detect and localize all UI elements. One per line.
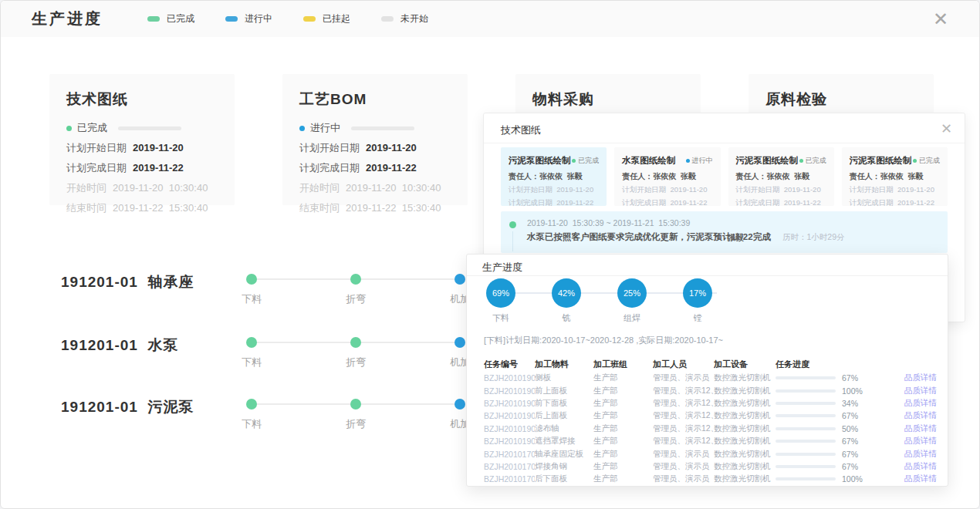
quality-detail-link[interactable]: 品质详情 (904, 461, 937, 472)
task-progress-track (776, 440, 836, 443)
task-progress-percent: 100% (842, 474, 867, 484)
log-owner: 张毅 (727, 232, 744, 244)
legend-item-inprogress: 进行中 (225, 12, 272, 25)
table-row: BZJH201017002 焊接角钢 生产部 管理员、演示员 数控激光切割机 6… (484, 460, 937, 473)
task-plan-start: 计划开始日期 2019-11-20 (736, 185, 826, 195)
page-title: 生产进度 (32, 8, 103, 29)
stage-status-text: 已完成 (77, 121, 107, 135)
quality-detail-link[interactable]: 品质详情 (904, 398, 937, 409)
task-plan-start: 计划开始日期 2019-11-20 (509, 185, 599, 195)
step-cutting: 下料 (246, 399, 257, 410)
window-header: 生产进度 已完成 进行中 已挂起 未开始 ✕ (1, 1, 979, 37)
task-status: 已完成 (913, 156, 940, 166)
step-dot-icon (455, 274, 465, 285)
step-dot-icon (350, 337, 361, 348)
status-dot-icon (66, 126, 72, 131)
task-progress-track (776, 402, 836, 405)
quality-detail-link[interactable]: 品质详情 (904, 474, 937, 484)
stage-circle-cutting: 69% 下料 (486, 278, 515, 308)
task-progress-percent: 34% (842, 399, 867, 408)
product-name: 191201-01 轴承座 (61, 272, 194, 292)
task-progress-percent: 67% (842, 462, 867, 471)
progress-circle: 25% (617, 278, 647, 308)
table-row: BZJH201019007 前上面板 生产部 管理员、演示12、演示11 数控激… (484, 384, 937, 396)
actual-start-line: 开始时间2019-11-20 10:30:40 (66, 181, 218, 195)
stage-circle-welding: 25% 组焊 (617, 278, 647, 308)
stage-progress-track (118, 126, 181, 130)
actual-end-line: 结束时间2019-11-22 15:30:40 (299, 201, 451, 215)
table-row: BZJH201019005 后上面板 生产部 管理员、演示12、演示11 数控激… (484, 410, 937, 422)
close-icon[interactable]: ✕ (933, 10, 948, 29)
actual-end-line: 结束时间2019-11-22 15:30:40 (66, 201, 218, 215)
legend-item-suspended: 已挂起 (303, 12, 350, 25)
activity-log-entry: 2019-11-20 15:30:39 ~ 2019-11-21 15:30:3… (501, 211, 948, 253)
modal-close-icon[interactable]: ✕ (941, 120, 952, 137)
stage-card-title: 技术图纸 (66, 89, 218, 110)
product-steps: 下料 折弯 机加 (246, 337, 478, 376)
task-progress-track (776, 376, 836, 379)
product-row-water-pump: 191201-01 水泵 下料 折弯 机加 (61, 334, 478, 379)
task-progress-percent: 67% (842, 437, 867, 446)
stage-progress-circles: 69% 下料 42% 铣 25% 组焊 17% 镗 (485, 278, 740, 340)
log-time-range: 2019-11-20 15:30:39 ~ 2019-11-21 15:30:3… (527, 218, 690, 228)
task-owner: 责任人：张依依 张毅 (850, 171, 940, 182)
progress-circle: 42% (552, 278, 581, 308)
step-dot-icon (350, 274, 361, 285)
drawing-task-card-4[interactable]: 污泥泵图纸绘制 已完成 责任人：张依依 张毅 计划开始日期 2019-11-20… (842, 147, 948, 206)
task-progress-track (776, 427, 836, 430)
legend-suspended-swatch (303, 16, 316, 22)
product-steps: 下料 折弯 机加 (246, 399, 478, 437)
legend-inprogress-swatch (225, 16, 238, 22)
task-plan-end: 计划完成日期 2019-11-22 (736, 198, 826, 208)
drawing-task-cards: 污泥泵图纸绘制 已完成 责任人：张依依 张毅 计划开始日期 2019-11-20… (501, 147, 948, 206)
table-row: BZJH201019004 滤布轴 生产部 管理员、演示12、演示11 数控激光… (484, 423, 937, 435)
status-legend: 已完成 进行中 已挂起 未开始 (147, 12, 428, 25)
divider (467, 275, 948, 276)
legend-inprogress-label: 进行中 (245, 12, 272, 25)
table-row: BZJH201019014 侧板 生产部 管理员、演示员 数控激光切割机 67%… (484, 372, 937, 384)
stage-card-process-bom[interactable]: 工艺BOM 进行中 计划开始日期2019-11-20 计划完成日期2019-11… (282, 74, 468, 205)
task-plan-end: 计划完成日期 2019-11-22 (622, 198, 712, 208)
task-plan-start: 计划开始日期 2019-11-20 (850, 185, 940, 195)
stage-card-tech-drawing[interactable]: 技术图纸 已完成 计划开始日期2019-11-20 计划完成日期2019-11-… (49, 74, 235, 205)
drawing-task-card-2[interactable]: 水泵图纸绘制 进行中 责任人：张依依 张毅 计划开始日期 2019-11-20 … (614, 147, 720, 206)
quality-detail-link[interactable]: 品质详情 (904, 436, 937, 447)
task-owner: 责任人：张依依 张毅 (509, 171, 599, 182)
status-dot-icon (572, 159, 576, 163)
modal-title: 技术图纸 (501, 123, 541, 137)
task-plan-end: 计划完成日期 2019-11-22 (850, 198, 940, 208)
task-progress-track (776, 389, 836, 393)
legend-notstarted-swatch (381, 16, 394, 22)
modal-title: 生产进度 (482, 261, 522, 275)
production-progress-window: 生产进度 已完成 进行中 已挂起 未开始 ✕ 技术图纸 已完 (0, 0, 980, 509)
status-dot-icon (686, 159, 690, 163)
stage-card-title: 工艺BOM (299, 89, 451, 110)
quality-detail-link[interactable]: 品质详情 (904, 372, 937, 383)
quality-detail-link[interactable]: 品质详情 (904, 449, 937, 460)
log-duration: 历时：1小时29分 (782, 232, 845, 243)
task-progress-percent: 67% (842, 411, 867, 420)
step-dot-icon (246, 274, 257, 285)
drawing-task-card-1[interactable]: 污泥泵图纸绘制 已完成 责任人：张依依 张毅 计划开始日期 2019-11-20… (501, 147, 607, 206)
stage-circle-boring: 17% 镗 (683, 278, 712, 308)
step-bending: 折弯 (350, 337, 361, 348)
step-dot-icon (455, 337, 465, 348)
task-progress-track (776, 453, 836, 456)
task-progress-percent: 67% (842, 450, 867, 459)
drawing-task-card-3[interactable]: 污泥泵图纸绘制 已完成 责任人：张依依 张毅 计划开始日期 2019-11-20… (728, 147, 834, 206)
task-title: 水泵图纸绘制 (622, 155, 675, 167)
task-progress-percent: 67% (842, 373, 867, 383)
production-progress-modal: 生产进度 69% 下料 42% 铣 25% 组焊 17% 镗 [下料]计划日期:… (466, 254, 948, 487)
quality-detail-link[interactable]: 品质详情 (904, 410, 937, 421)
quality-detail-link[interactable]: 品质详情 (904, 423, 937, 434)
stage-status-row: 进行中 (299, 121, 451, 135)
legend-done-swatch (147, 16, 160, 22)
divider (484, 143, 965, 143)
table-row: BZJH201017001 后下面板 生产部 管理员、演示员 数控激光切割机 1… (484, 473, 937, 485)
product-steps: 下料 折弯 机加 (246, 274, 478, 312)
stage-progress-track (351, 126, 414, 130)
quality-detail-link[interactable]: 品质详情 (904, 386, 937, 396)
step-cutting: 下料 (246, 337, 257, 348)
task-title: 污泥泵图纸绘制 (736, 155, 799, 167)
product-name: 191201-01 水泵 (61, 335, 178, 356)
